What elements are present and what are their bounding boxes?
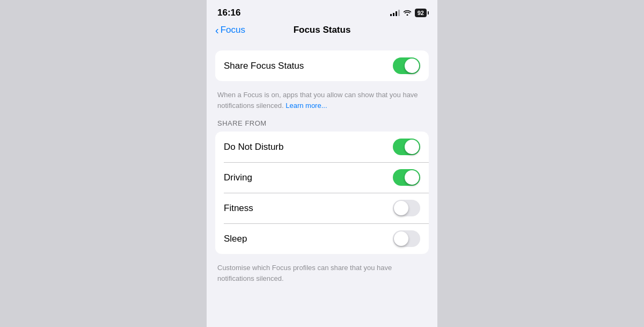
toggle-knob bbox=[405, 140, 419, 154]
share-focus-card: Share Focus Status bbox=[215, 50, 429, 81]
driving-label: Driving bbox=[224, 172, 252, 183]
toggle-knob bbox=[405, 170, 419, 185]
back-label: Focus bbox=[221, 25, 245, 35]
fitness-toggle[interactable] bbox=[393, 200, 420, 216]
status-time: 16:16 bbox=[217, 8, 240, 18]
share-from-footer: Customise which Focus profiles can share… bbox=[215, 258, 429, 284]
do-not-disturb-toggle[interactable] bbox=[393, 139, 420, 155]
signal-bars-icon bbox=[390, 10, 400, 16]
sleep-label: Sleep bbox=[224, 234, 247, 244]
sleep-row: Sleep bbox=[215, 223, 429, 254]
battery-level: 92 bbox=[418, 10, 424, 16]
toggle-knob bbox=[405, 59, 419, 73]
fitness-label: Fitness bbox=[224, 203, 253, 214]
share-from-header: SHARE FROM bbox=[215, 119, 429, 132]
driving-toggle[interactable] bbox=[393, 169, 420, 186]
toggle-knob bbox=[394, 201, 408, 215]
phone-frame: 16:16 92 ‹ Focus Focus Status bbox=[207, 0, 437, 327]
back-chevron-icon: ‹ bbox=[215, 25, 219, 35]
status-bar: 16:16 92 bbox=[207, 0, 437, 23]
sleep-toggle[interactable] bbox=[393, 230, 420, 247]
wifi-icon bbox=[403, 9, 412, 17]
nav-bar: ‹ Focus Focus Status bbox=[207, 23, 437, 42]
content: Share Focus Status When a Focus is on, a… bbox=[207, 42, 437, 327]
share-focus-toggle[interactable] bbox=[393, 57, 420, 74]
share-focus-row: Share Focus Status bbox=[215, 50, 429, 81]
share-focus-description: When a Focus is on, apps that you allow … bbox=[215, 85, 429, 119]
status-icons: 92 bbox=[390, 9, 427, 17]
battery-icon: 92 bbox=[415, 9, 427, 17]
toggle-knob bbox=[394, 231, 408, 246]
back-button[interactable]: ‹ Focus bbox=[215, 25, 245, 35]
do-not-disturb-row: Do Not Disturb bbox=[215, 132, 429, 162]
fitness-row: Fitness bbox=[215, 193, 429, 223]
learn-more-link[interactable]: Learn more... bbox=[286, 101, 327, 110]
do-not-disturb-label: Do Not Disturb bbox=[224, 142, 283, 152]
nav-title: Focus Status bbox=[294, 25, 351, 35]
share-focus-label: Share Focus Status bbox=[224, 61, 304, 71]
share-from-card: Do Not Disturb Driving Fitness bbox=[215, 132, 429, 254]
driving-row: Driving bbox=[215, 162, 429, 193]
